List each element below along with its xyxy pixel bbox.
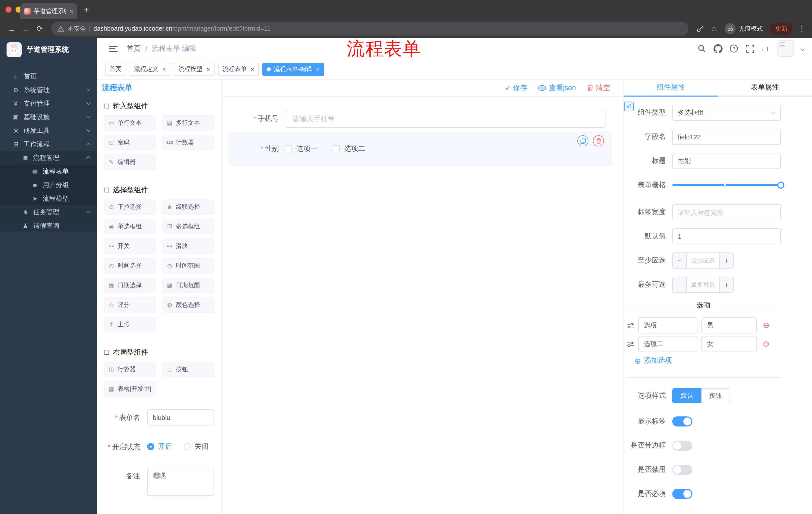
drag-handle-icon[interactable] [627,341,634,347]
component-button[interactable]: ◻ 按钮 [162,361,214,377]
component-textarea[interactable]: ▤ 多行文本 [162,115,214,131]
checkbox-option[interactable]: 选项一 [285,144,318,154]
remove-option-icon[interactable]: ⊖ [763,340,770,348]
field-name-input[interactable] [672,129,781,145]
tab-close-icon[interactable]: × [69,7,74,15]
save-button[interactable]: ✓保存 [505,83,527,92]
minus-button[interactable]: − [673,253,687,268]
field-phone[interactable]: *手机号 [229,110,623,128]
option-name-input[interactable] [638,317,697,333]
browser-menu-icon[interactable]: ⋮ [797,24,807,33]
phone-input[interactable] [285,110,606,128]
remove-option-icon[interactable]: ⊖ [763,321,770,329]
component-upload[interactable]: ↥ 上传 [104,317,156,332]
component-table[interactable]: ▦ 表格[开发中] [104,381,156,397]
component-password[interactable]: ⊡ 密码 [104,135,156,151]
tag-close-icon[interactable]: × [251,66,254,72]
close-window-button[interactable] [5,6,11,12]
tag-close-icon[interactable]: × [316,66,320,72]
github-icon[interactable] [713,44,723,53]
option-value-input[interactable] [701,336,757,352]
component-color-picker[interactable]: ◍ 颜色选择 [162,297,214,313]
plus-button[interactable]: + [719,277,733,292]
duplicate-widget-button[interactable] [577,135,588,146]
style-button-button[interactable]: 按钮 [701,388,730,403]
sidebar-item-leave-query[interactable]: ♟ 请假查询 [0,219,97,232]
default-value-input[interactable] [672,228,781,244]
tab-form-props[interactable]: 表单属性 [718,79,812,96]
component-date-range[interactable]: ▩ 日期范围 [162,278,214,293]
sidebar-item-home[interactable]: ⌂ 首页 [0,70,97,83]
add-option-button[interactable]: ⊕ 添加选项 [635,356,781,365]
sidebar-item-infrastructure[interactable]: ▣ 基础设施 [0,110,97,124]
component-rate[interactable]: ☆ 评分 [104,297,156,313]
form-name-input[interactable] [147,409,214,426]
back-button[interactable]: ← [5,22,18,35]
component-checkbox-group[interactable]: ☑ 多选框组 [162,219,214,234]
selected-widget-gender[interactable]: *性别 选项一 选项二 [229,132,612,166]
component-editor[interactable]: ✎ 编辑器 [104,154,156,170]
toggle-disabled[interactable] [672,465,692,475]
component-input[interactable]: ▭ 单行文本 [104,115,156,131]
sidebar-item-workflow[interactable]: ⊞ 工作流程 [0,137,97,151]
toggle-show-label[interactable] [672,416,692,427]
tag-process-form[interactable]: 流程表单 × [218,63,259,76]
max-select-value[interactable]: 最多可选 [687,277,719,292]
security-label[interactable]: 不安全 [68,24,86,33]
link-icon[interactable] [624,102,634,111]
component-counter[interactable]: 123 计数器 [162,135,214,151]
sidebar-item-user-group[interactable]: ☻ 用户分组 [0,178,97,192]
component-select[interactable]: ⊙ 下拉选择 [104,199,156,215]
radio-status-on[interactable]: 开启 [147,442,172,451]
tag-close-icon[interactable]: × [162,66,166,72]
component-type-select[interactable]: 多选框组 [672,105,781,121]
sidebar-logo-row[interactable]: 芋道管理系统 [0,38,97,61]
option-name-input[interactable] [638,336,697,352]
form-remark-textarea[interactable]: 嘿嘿 [147,468,214,496]
component-slider[interactable]: ⊷ 滑块 [162,238,214,254]
style-default-button[interactable]: 默认 [672,388,701,403]
password-key-icon[interactable] [693,22,706,35]
component-time-picker[interactable]: ◷ 时间选择 [104,258,156,274]
component-switch[interactable]: ⊶ 开关 [104,238,156,254]
tag-process-form-edit[interactable]: 流程表单-编辑 × [262,63,324,76]
component-time-range[interactable]: ◴ 时间范围 [162,258,214,274]
title-input[interactable] [672,153,781,169]
update-button[interactable]: 更新 [770,22,793,35]
fullscreen-icon[interactable] [745,44,755,53]
sidebar-item-process-form[interactable]: ▤ 流程表单 [0,164,97,178]
font-size-icon[interactable]: тT [761,44,771,53]
plus-button[interactable]: + [719,253,733,268]
slider-handle[interactable] [777,182,784,189]
sidebar-item-system[interactable]: ⚙ 系统管理 [0,83,97,97]
breadcrumb-home[interactable]: 首页 [127,44,141,53]
forward-button[interactable]: → [19,22,32,35]
delete-widget-button[interactable] [593,135,604,146]
bookmark-star-icon[interactable]: ☆ [707,22,721,35]
checkbox-option[interactable]: 选项二 [332,144,365,154]
tab-component-props[interactable]: 组件属性 [624,79,718,96]
radio-status-off[interactable]: 关闭 [184,442,208,451]
component-radio-group[interactable]: ◉ 单选框组 [104,219,156,234]
grid-slider[interactable] [672,177,781,193]
minus-button[interactable]: − [673,277,687,292]
clear-button[interactable]: 清空 [587,83,610,92]
browser-tab[interactable]: 芋道管理系统 × [20,3,77,19]
min-select-value[interactable]: 至少应选 [687,253,719,268]
tag-close-icon[interactable]: × [206,66,210,72]
avatar[interactable] [777,40,794,57]
tag-process-definition[interactable]: 流程定义 × [129,63,170,76]
tag-process-model[interactable]: 流程模型 × [174,63,214,76]
sidebar-item-payment[interactable]: ¥ 支付管理 [0,97,97,110]
tag-home[interactable]: 首页 [105,63,126,76]
reload-button[interactable]: ⟳ [33,22,46,35]
new-tab-button[interactable]: + [80,4,92,16]
drag-handle-icon[interactable] [627,322,634,329]
sidebar-item-process-management[interactable]: ≣ 流程管理 [0,151,97,164]
component-date-picker[interactable]: ▦ 日期选择 [104,278,156,293]
toggle-required[interactable] [672,489,692,499]
sidebar-item-task-management[interactable]: ⋔ 任务管理 [0,205,97,219]
label-width-input[interactable] [672,204,781,220]
sidebar-item-dev-tools[interactable]: ⚒ 研发工具 [0,124,97,137]
view-json-button[interactable]: 查看json [539,83,576,92]
